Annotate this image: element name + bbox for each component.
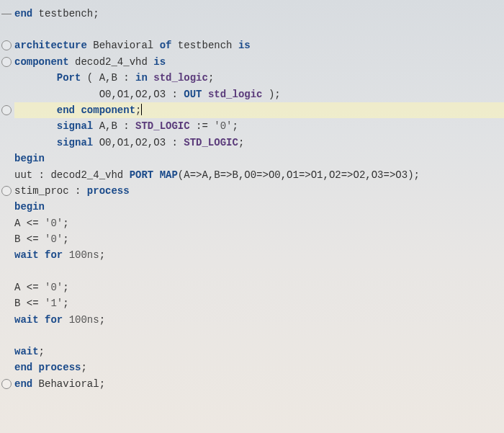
punctuation: <= <box>27 218 45 229</box>
punctuation: ; <box>63 282 68 293</box>
code-line: begin <box>14 199 504 215</box>
keyword-wait: wait <box>14 249 39 261</box>
punctuation: : <box>123 72 135 84</box>
keyword-wait: wait <box>14 314 39 326</box>
identifier: O0,O1,O2,O3 <box>99 89 172 100</box>
gutter-marker-icon <box>1 40 12 50</box>
identifier: stim_proc <box>14 185 75 197</box>
keyword-out: OUT <box>184 89 202 100</box>
keyword-begin: begin <box>14 201 45 213</box>
punctuation: ; <box>99 378 105 390</box>
indent <box>14 120 57 132</box>
text-cursor-icon <box>141 104 142 115</box>
port-map-list: A=>A,B=>B,O0=>O0,O1=>O1,O2=>O2,O3=>O3 <box>184 169 408 181</box>
identifier: testbench <box>32 8 93 19</box>
code-line: component decod2_4_vhd is <box>14 54 504 70</box>
identifier: A,B <box>99 72 124 84</box>
punctuation: ; <box>81 362 86 373</box>
keyword-end: end <box>14 378 32 390</box>
keyword-begin: begin <box>14 153 45 164</box>
punctuation: : <box>171 89 184 100</box>
code-line: end testbench; <box>14 6 504 22</box>
literal: 100ns <box>69 249 99 261</box>
keyword-process: process <box>87 185 130 197</box>
punctuation: : <box>171 137 184 148</box>
identifier: B <box>14 298 27 309</box>
punctuation: ); <box>269 89 281 100</box>
literal: '1' <box>45 298 63 309</box>
indent <box>14 89 99 100</box>
keyword-end: end <box>14 8 32 19</box>
indent <box>14 104 57 116</box>
punctuation: ( <box>178 169 184 181</box>
keyword-process: process <box>32 362 81 373</box>
punctuation: <= <box>27 282 45 293</box>
literal: 100ns <box>69 314 99 326</box>
identifier: O0,O1,O2,O3 <box>93 137 171 148</box>
code-line: A <= '0'; <box>14 280 504 295</box>
code-line: architecture Behavioral of testbench is <box>14 37 504 53</box>
keyword-portmap: PORT MAP <box>130 169 178 181</box>
keyword-wait: wait <box>14 346 39 357</box>
punctuation: ; <box>63 298 68 309</box>
type: std_logic <box>148 72 208 84</box>
punctuation: ; <box>233 120 238 132</box>
identifier: A,B <box>93 120 123 132</box>
code-line: stim_proc : process <box>14 183 504 199</box>
punctuation: : <box>75 185 87 197</box>
code-line: end Behavioral; <box>14 376 504 392</box>
punctuation: <= <box>27 298 45 309</box>
gutter-marker-icon <box>1 379 12 389</box>
punctuation: ; <box>63 218 68 229</box>
keyword-signal: signal <box>57 120 93 132</box>
keyword-component: component <box>75 104 135 116</box>
keyword-is: is <box>238 40 251 51</box>
blank-line <box>14 264 504 280</box>
identifier: Behavioral <box>87 40 160 51</box>
type: std_logic <box>202 89 268 100</box>
identifier: uut <box>14 169 39 181</box>
punctuation: ; <box>135 104 141 116</box>
code-line: uut : decod2_4_vhd PORT MAP(A=>A,B=>B,O0… <box>14 167 504 183</box>
identifier: testbench <box>171 40 238 51</box>
keyword-is: is <box>153 56 166 68</box>
punctuation: ; <box>93 8 99 19</box>
gutter-marker <box>1 14 12 14</box>
keyword-for: for <box>39 314 69 326</box>
punctuation: := <box>190 120 215 132</box>
punctuation: ; <box>63 233 68 245</box>
keyword-component: component <box>14 56 69 68</box>
punctuation: : <box>39 169 51 181</box>
keyword-of: of <box>160 40 172 51</box>
literal: '0' <box>45 233 63 245</box>
keyword-port: Port <box>57 72 81 84</box>
identifier: B <box>14 233 27 245</box>
keyword-signal: signal <box>57 137 93 148</box>
code-line: wait for 100ns; <box>14 312 504 328</box>
punctuation: ( <box>81 72 99 84</box>
indent <box>14 72 57 84</box>
punctuation: ; <box>39 346 45 357</box>
identifier: Behavioral <box>32 378 99 390</box>
gutter-marker-icon <box>1 186 12 196</box>
keyword-architecture: architecture <box>14 40 87 51</box>
keyword-end: end <box>57 104 75 116</box>
type: STD_LOGIC <box>184 137 238 148</box>
keyword-end: end <box>14 362 32 373</box>
code-line: signal A,B : STD_LOGIC := '0'; <box>14 118 504 134</box>
code-line: end process; <box>14 360 504 375</box>
identifier: decod2_4_vhd <box>69 56 154 68</box>
code-line: wait; <box>14 344 504 360</box>
keyword-in: in <box>135 72 148 84</box>
code-line: B <= '1'; <box>14 295 504 311</box>
punctuation: ; <box>208 72 214 84</box>
identifier: decod2_4_vhd <box>50 169 129 181</box>
code-line: B <= '0'; <box>14 231 504 247</box>
gutter-marker-icon <box>1 105 12 115</box>
code-line: wait for 100ns; <box>14 247 504 263</box>
literal: '0' <box>45 218 63 229</box>
code-line: begin <box>14 151 504 166</box>
punctuation: ; <box>238 137 244 148</box>
literal: '0' <box>45 282 63 293</box>
code-line: O0,O1,O2,O3 : OUT std_logic ); <box>14 86 504 102</box>
